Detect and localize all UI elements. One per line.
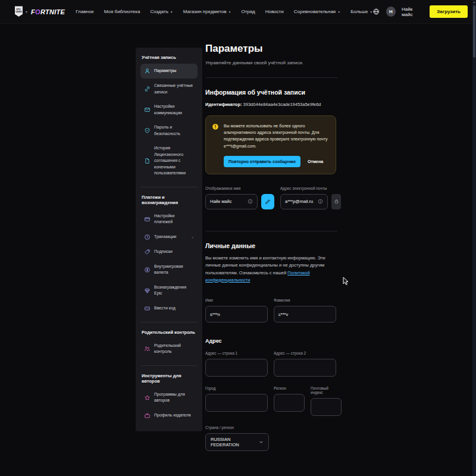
city-input[interactable] [205, 394, 268, 412]
sidebar-item-ingame-currency[interactable]: Внутриигровая валюта [140, 259, 198, 280]
epic-games-logo-icon[interactable]: EPIC GAMES [14, 6, 23, 17]
address-line1-field-group: Адрес — строка 1 [205, 351, 268, 377]
email-field-group: Адрес электронной почты a***p@mail.ru [280, 186, 328, 209]
mail-icon [144, 107, 151, 113]
country-select[interactable]: RUSSIAN FEDERATION [205, 433, 269, 451]
sidebar-item-linked-accounts[interactable]: Связанные учётные записи [140, 79, 198, 99]
account-sidebar: Учётная запись Параметры Связанные учётн… [136, 48, 202, 431]
nav-item-home[interactable]: Главное [76, 9, 94, 14]
user-icon [144, 68, 151, 74]
zip-input[interactable] [311, 398, 342, 416]
shield-icon [144, 127, 151, 134]
mouse-cursor [343, 277, 349, 286]
top-navigation-bar: EPIC GAMES ▾ FORTNITE Главное Моя библио… [0, 0, 476, 24]
last-name-input[interactable]: c***v [274, 306, 336, 322]
nav-item-news[interactable]: Новости [265, 9, 284, 14]
display-name-label: Отображаемое имя [205, 186, 258, 190]
sidebar-item-transactions[interactable]: Транзакции ⌄ [140, 230, 198, 245]
page-scrollbar[interactable]: ▲ [472, 0, 476, 476]
identity-fields-row: Отображаемое имя Найк майс Адрес электро… [205, 186, 337, 209]
address-line-row: Адрес — строка 1 Адрес — строка 2 [205, 351, 337, 377]
region-input[interactable] [274, 394, 305, 412]
family-icon [144, 346, 151, 352]
address-line1-label: Адрес — строка 1 [205, 351, 268, 355]
sidebar-item-label: Программы для авторов [154, 392, 194, 404]
nav-item-item-shop[interactable]: Магазин предметов▼ [183, 9, 231, 14]
sidebar-item-password-security[interactable]: Пароль и безопасность [140, 120, 198, 141]
cancel-button[interactable]: Отмена [308, 159, 323, 164]
sidebar-item-payment-settings[interactable]: Настройки платежей [140, 209, 198, 230]
sidebar-section-account: Учётная запись Параметры Связанные учётн… [140, 55, 198, 181]
last-name-label: Фамилия [274, 298, 336, 302]
country-value: RUSSIAN FEDERATION [211, 437, 259, 447]
page-subtitle: Управляйте данными своей учётной записи. [205, 60, 337, 65]
nav-item-create[interactable]: Создать▼ [150, 9, 173, 14]
chevron-down-icon: ▼ [228, 10, 231, 14]
chevron-down-icon[interactable]: ▾ [26, 10, 27, 14]
nav-item-competitive[interactable]: Соревновательная▼ [294, 9, 340, 14]
edit-display-name-button[interactable] [261, 194, 274, 209]
svg-text:GAMES: GAMES [15, 11, 22, 13]
resend-email-button[interactable]: Повторно отправить сообщение [224, 156, 300, 167]
username-label[interactable]: Найк майс [402, 7, 424, 17]
email-value: a***p@mail.ru [285, 199, 313, 204]
sidebar-item-creator-programs[interactable]: Программы для авторов [140, 387, 198, 408]
sidebar-section-title: Платежи и вознаграждения [142, 195, 196, 205]
page-title: Параметры [205, 43, 337, 55]
sidebar-item-label: Настройки платежей [154, 213, 194, 226]
nav-item-squad[interactable]: Отряд [241, 9, 255, 14]
sidebar-section-title: Родительский контроль [142, 330, 196, 335]
language-globe-icon[interactable] [372, 8, 380, 15]
currency-icon [144, 267, 151, 273]
sidebar-item-settings[interactable]: Параметры [140, 64, 198, 79]
sidebar-item-eula-history[interactable]: История Лицензионного соглашения с конеч… [140, 141, 198, 181]
info-icon[interactable] [248, 199, 253, 204]
nav-item-library[interactable]: Моя библиотека [104, 9, 140, 14]
sidebar-item-redeem-code[interactable]: Ввести код [140, 301, 198, 316]
fortnite-logo[interactable]: FORTNITE [31, 8, 65, 15]
info-icon[interactable] [318, 199, 323, 204]
top-right-controls: H Найк майс Загрузить [372, 5, 468, 18]
email-input[interactable]: a***p@mail.ru [280, 194, 328, 209]
email-label: Адрес электронной почты [280, 186, 328, 190]
sidebar-item-label: Родительский контроль [154, 343, 194, 355]
clock-icon [144, 234, 151, 240]
code-icon [144, 305, 151, 312]
last-name-field-group: Фамилия c***v [274, 298, 336, 322]
chevron-down-icon [259, 440, 264, 444]
address-heading: Адрес [205, 338, 337, 344]
sidebar-item-publisher-profile[interactable]: Профиль издателя [140, 408, 198, 423]
sidebar-item-communication[interactable]: Настройки коммуникации [140, 99, 198, 120]
main-nav: Главное Моя библиотека Создать▼ Магазин … [76, 9, 372, 14]
sidebar-item-label: История Лицензионного соглашения с конеч… [154, 145, 194, 177]
address-line2-label: Адрес — строка 2 [274, 351, 336, 355]
sidebar-item-label: Внутриигровая валюта [154, 264, 194, 276]
sidebar-section-title: Инструменты для авторов [142, 373, 196, 384]
sidebar-section-creator-tools: Инструменты для авторов Программы для ав… [140, 365, 198, 423]
zip-label: Почтовый индекс [311, 386, 342, 394]
first-name-input[interactable]: s***n [205, 306, 268, 322]
sidebar-item-epic-rewards[interactable]: Вознаграждения Epic [140, 280, 198, 301]
display-name-input[interactable]: Найк майс [205, 194, 258, 209]
avatar[interactable]: H [386, 7, 396, 17]
scrollbar-thumb[interactable] [473, 5, 475, 58]
settings-main-content: Параметры Управляйте данными своей учётн… [205, 43, 337, 451]
address-line2-input[interactable] [274, 359, 336, 377]
sidebar-item-subscriptions[interactable]: Подписки [140, 245, 198, 259]
briefcase-icon [144, 412, 151, 419]
document-icon [144, 158, 151, 164]
account-id-label: Идентификатор: [205, 102, 242, 107]
city-field-group: Город [205, 386, 268, 416]
zip-field-group: Почтовый индекс [311, 386, 342, 416]
first-name-label: Имя [205, 298, 268, 302]
scrollbar-up-arrow-icon[interactable]: ▲ [472, 1, 476, 4]
download-button[interactable]: Загрузить [430, 5, 468, 18]
sidebar-item-parental-controls[interactable]: Родительский контроль [140, 339, 198, 359]
address-line1-input[interactable] [205, 359, 268, 377]
email-locked-button[interactable] [331, 194, 341, 209]
name-fields-row: Имя s***n Фамилия c***v [205, 298, 337, 322]
country-field-group: Страна / регион RUSSIAN FEDERATION [205, 425, 337, 451]
chevron-down-icon[interactable]: ⌄ [191, 234, 194, 240]
account-id: Идентификатор: 393d044e84aa4e3cade19453a… [205, 102, 337, 107]
nav-item-more[interactable]: Больше▼ [350, 9, 372, 14]
